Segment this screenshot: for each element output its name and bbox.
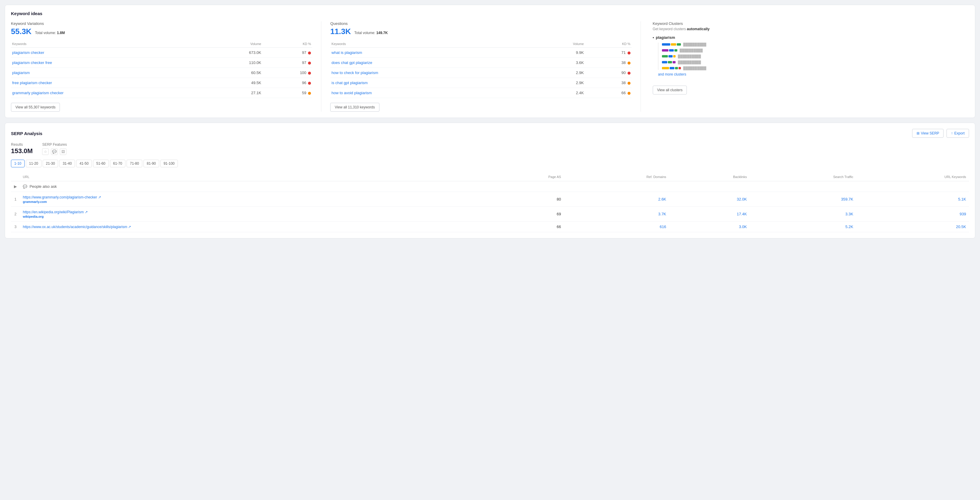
table-row: plagiarism checker 673.0K 97 <box>11 48 312 58</box>
serp-actions: ⊞ View SERP ↑ Export <box>912 129 969 138</box>
view-serp-icon: ⊞ <box>916 131 920 135</box>
page-button[interactable]: 31-40 <box>59 160 75 167</box>
kd-dot <box>308 52 311 54</box>
cluster-bar-segment <box>669 49 674 52</box>
keyword-link[interactable]: plagiarism checker free <box>11 58 209 68</box>
url-link[interactable]: https://en.wikipedia.org/wiki/Plagiarism… <box>23 210 88 214</box>
col-ref-domains: Ref. Domains <box>564 173 669 181</box>
volume-cell: 49.5K <box>209 78 262 88</box>
cluster-label: ██████████ <box>683 67 706 70</box>
export-icon: ↑ <box>951 131 953 135</box>
page-button[interactable]: 51-60 <box>93 160 109 167</box>
col-volume: Volume <box>209 40 262 48</box>
page-button[interactable]: 21-30 <box>43 160 59 167</box>
keyword-link[interactable]: what is plagiarism <box>330 48 531 58</box>
variations-title: Keyword Variations <box>11 21 312 26</box>
table-row: is chat gpt plagiarism 2.9K 38 <box>330 78 632 88</box>
more-clusters-link[interactable]: and more clusters <box>658 72 969 76</box>
page-button[interactable]: 81-90 <box>143 160 159 167</box>
volume-cell: 110.0K <box>209 58 262 68</box>
page-as-cell: 80 <box>488 192 564 207</box>
table-row: 2 https://en.wikipedia.org/wiki/Plagiari… <box>11 207 969 222</box>
table-row: plagiarism checker free 110.0K 97 <box>11 58 312 68</box>
table-row: does chat gpt plagiarize 3.6K 38 <box>330 58 632 68</box>
keyword-link[interactable]: free plagiarism checker <box>11 78 209 88</box>
cluster-bars <box>662 55 676 57</box>
questions-table: Keywords Volume KD % what is plagiarism … <box>330 40 632 98</box>
page-button[interactable]: 41-50 <box>76 160 92 167</box>
keyword-link[interactable]: is chat gpt plagiarism <box>330 78 531 88</box>
view-all-variations-button[interactable]: View all 55,307 keywords <box>11 103 60 112</box>
questions-section: Questions 11.3K Total volume: 149.7K Key… <box>330 21 641 112</box>
kd-dot <box>308 72 311 75</box>
kd-dot <box>628 72 630 75</box>
volume-cell: 3.6K <box>531 58 585 68</box>
export-button[interactable]: ↑ Export <box>947 129 969 138</box>
ref-domains-cell[interactable]: 2.6K <box>564 192 669 207</box>
view-all-questions-button[interactable]: View all 11,310 keywords <box>330 103 379 112</box>
image-icon[interactable]: 🖼 <box>60 148 67 155</box>
search-traffic-cell[interactable]: 3.3K <box>750 207 856 222</box>
view-all-clusters-button[interactable]: View all clusters <box>653 86 687 95</box>
col-page-as: Page AS <box>488 173 564 181</box>
cluster-bar-segment <box>662 49 668 52</box>
cluster-bar-segment <box>662 43 670 46</box>
volume-cell: 9.9K <box>531 48 585 58</box>
url-cell: https://en.wikipedia.org/wiki/Plagiarism… <box>20 207 488 222</box>
page-as-cell: 66 <box>488 222 564 232</box>
ref-domains-cell[interactable]: 3.7K <box>564 207 669 222</box>
url-link[interactable]: https://www.ox.ac.uk/students/academic/g… <box>23 225 131 229</box>
cluster-bar-segment <box>675 49 677 52</box>
backlinks-cell[interactable]: 32.0K <box>669 192 750 207</box>
cluster-label: ██████████ <box>678 60 701 64</box>
page-button[interactable]: 91-100 <box>161 160 178 167</box>
page-button[interactable]: 1-10 <box>11 160 25 167</box>
list-item: ██████████ <box>662 60 969 64</box>
chat-icon[interactable]: 💬 <box>51 148 57 155</box>
url-keywords-cell[interactable]: 20.5K <box>856 222 969 232</box>
url-keywords-cell[interactable]: 939 <box>856 207 969 222</box>
search-traffic-cell[interactable]: 359.7K <box>750 192 856 207</box>
kd-dot <box>628 62 630 65</box>
url-link[interactable]: https://www.grammarly.com/plagiarism-che… <box>23 195 101 199</box>
url-cell: https://www.grammarly.com/plagiarism-che… <box>20 192 488 207</box>
cluster-bar-segment <box>679 67 681 69</box>
view-serp-button[interactable]: ⊞ View SERP <box>912 129 944 138</box>
domain-label: wikipedia.org <box>23 215 485 218</box>
keyword-link[interactable]: plagiarism checker <box>11 48 209 58</box>
search-traffic-cell[interactable]: 5.2K <box>750 222 856 232</box>
keyword-link[interactable]: plagiarism <box>11 68 209 78</box>
kd-dot <box>308 82 311 85</box>
page-button[interactable]: 61-70 <box>110 160 126 167</box>
people-also-ask-label: People also ask <box>30 184 57 189</box>
page-button[interactable]: 11-20 <box>26 160 41 167</box>
questions-count: 11.3K <box>330 27 351 36</box>
kd-cell: 90 <box>585 68 632 78</box>
cluster-bar-segment <box>673 61 676 63</box>
page-button[interactable]: 71-80 <box>127 160 142 167</box>
keyword-ideas-card: Keyword ideas Keyword Variations 55.3K T… <box>5 5 975 118</box>
keyword-link[interactable]: how to avoid plagiarism <box>330 88 531 98</box>
kd-dot <box>308 62 311 65</box>
cluster-label: ██████████ <box>680 49 703 52</box>
kd-cell: 71 <box>585 48 632 58</box>
keyword-link[interactable]: how to check for plagiarism <box>330 68 531 78</box>
backlinks-cell[interactable]: 3.0K <box>669 222 750 232</box>
volume-cell: 673.0K <box>209 48 262 58</box>
star-icon[interactable]: ☆ <box>42 148 49 155</box>
url-keywords-cell[interactable]: 5.1K <box>856 192 969 207</box>
backlinks-cell[interactable]: 17.4K <box>669 207 750 222</box>
ref-domains-cell[interactable]: 616 <box>564 222 669 232</box>
keyword-link[interactable]: grammarly plagiarism checker <box>11 88 209 98</box>
keyword-link[interactable]: does chat gpt plagiarize <box>330 58 531 68</box>
variations-section: Keyword Variations 55.3K Total volume: 1… <box>11 21 321 112</box>
cluster-bars <box>662 67 681 69</box>
questions-title: Questions <box>330 21 632 26</box>
col-volume-q: Volume <box>531 40 585 48</box>
cluster-bar-segment <box>675 67 678 69</box>
kd-cell: 97 <box>262 58 312 68</box>
expand-toggle[interactable]: ▶ <box>11 181 20 192</box>
list-item: ██████████ <box>662 43 969 46</box>
cluster-root-keyword: plagiarism <box>653 35 969 40</box>
results-stat: Results 153.0M <box>11 143 33 155</box>
